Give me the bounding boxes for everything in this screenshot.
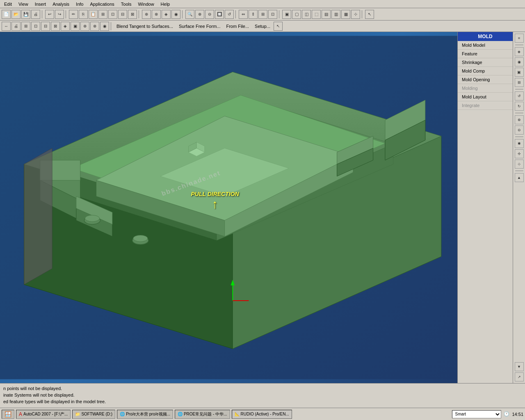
tb18[interactable]: ↺: [225, 10, 234, 19]
tb13[interactable]: ◉: [171, 10, 180, 19]
status-line3: ed feature types will be displayed in th…: [3, 398, 522, 405]
ri-10[interactable]: ✱: [515, 139, 524, 148]
autocad-btn[interactable]: A AutoCAD 2007 - [F:\产...: [16, 410, 71, 419]
tb2-8[interactable]: ▣: [71, 22, 80, 31]
tb2-4[interactable]: ⊡: [31, 22, 40, 31]
taskbar: 🪟 A AutoCAD 2007 - [F:\产... 📁 SOFTWARE (…: [0, 408, 525, 420]
rudio-btn[interactable]: 📐 RUDIO (Active) - Pro/EN...: [232, 410, 292, 419]
tb20[interactable]: ⇕: [249, 10, 258, 19]
ri-scroll-up[interactable]: ▲: [515, 173, 524, 182]
new-btn[interactable]: 📄: [2, 10, 11, 19]
viewport[interactable]: PULL DIRECTION ↑ bbs.chinade.net: [0, 32, 457, 383]
proeref-btn[interactable]: 🌐 Pro/e大本营 pro/e视频...: [117, 410, 173, 419]
ri-11[interactable]: ✢: [515, 149, 524, 158]
menu-window[interactable]: Window: [135, 1, 157, 7]
ri-8[interactable]: ⊕: [515, 115, 524, 124]
ri-12[interactable]: ⊹: [515, 160, 524, 169]
ri-6[interactable]: ↺: [515, 91, 524, 100]
software-btn[interactable]: 📁 SOFTWARE (D:): [72, 410, 115, 419]
zoom-out-btn[interactable]: ⊖: [205, 10, 214, 19]
cursor-btn[interactable]: ↖: [365, 10, 374, 19]
tb2-9[interactable]: ⊕: [80, 22, 89, 31]
mold-menu-panel: MOLD Mold Model Feature Shrinkage Mold C…: [457, 32, 513, 383]
smart-select[interactable]: Smart: [452, 410, 501, 418]
redo-btn[interactable]: ↪: [55, 10, 64, 19]
svg-marker-30: [24, 148, 52, 285]
status-line2: inate Systems will not be displayed.: [3, 392, 522, 398]
menu-analysis[interactable]: Analysis: [49, 1, 73, 7]
tb23[interactable]: ▣: [282, 10, 291, 19]
start-btn[interactable]: 🪟: [2, 410, 14, 419]
tb22[interactable]: ⊡: [268, 10, 277, 19]
tb8[interactable]: ⊟: [118, 10, 127, 19]
tb6[interactable]: ⊞: [98, 10, 107, 19]
tb2-11[interactable]: ◉: [100, 22, 109, 31]
zoom-in-btn[interactable]: ⊕: [195, 10, 204, 19]
mold-3d-view: [0, 32, 457, 383]
tb19[interactable]: ⇔: [239, 10, 248, 19]
mold-model-item[interactable]: Mold Model: [458, 41, 513, 50]
menu-tools[interactable]: Tools: [118, 1, 135, 7]
tb29[interactable]: ▦: [341, 10, 350, 19]
tb28[interactable]: ▥: [331, 10, 340, 19]
tb2-10[interactable]: ⊗: [90, 22, 99, 31]
mold-comp-item[interactable]: Mold Comp: [458, 67, 513, 75]
menu-help[interactable]: Help: [158, 1, 173, 7]
tb10[interactable]: ⊕: [142, 10, 151, 19]
ri-2[interactable]: ◈: [515, 47, 524, 56]
save-btn[interactable]: 💾: [21, 10, 30, 19]
ri-5[interactable]: ⊞: [515, 78, 524, 87]
tb2-cursor[interactable]: ↖: [274, 22, 283, 31]
ri-scroll-down[interactable]: ▼: [515, 362, 524, 371]
tb25[interactable]: ◫: [302, 10, 311, 19]
tb2-3[interactable]: ⊞: [21, 22, 30, 31]
ri-7[interactable]: ↻: [515, 102, 524, 111]
tb2-2[interactable]: 🖨: [11, 22, 21, 31]
menu-applications[interactable]: Applications: [87, 1, 117, 7]
tb3[interactable]: ✏: [69, 10, 78, 19]
menubar: Edit View Insert Analysis Info Applicati…: [0, 0, 525, 8]
tb7[interactable]: ⊡: [108, 10, 117, 19]
menu-edit[interactable]: Edit: [1, 1, 15, 7]
ri-9[interactable]: ⊖: [515, 126, 524, 135]
print-btn[interactable]: 🖨: [31, 10, 40, 19]
menu-info[interactable]: Info: [73, 1, 87, 7]
toolbar1: 📄 📂 💾 🖨 ↩ ↪ ✏ ⎘ 📋 ⊞ ⊡ ⊟ ⊠ ⊕ ⊗ ◈ ◉ 🔍 ⊕ ⊖ …: [0, 8, 525, 21]
rudio-label: RUDIO (Active) - Pro/EN...: [241, 412, 289, 416]
status-bar: n points will not be displayed. inate Sy…: [0, 383, 525, 408]
autocad-icon: A: [19, 411, 22, 417]
menu-view[interactable]: View: [15, 1, 32, 7]
tb26[interactable]: ⬚: [312, 10, 321, 19]
tb11[interactable]: ⊗: [152, 10, 161, 19]
tb2-6[interactable]: ⊠: [51, 22, 60, 31]
shrinkage-item[interactable]: Shrinkage: [458, 58, 513, 67]
tb27[interactable]: ▤: [322, 10, 331, 19]
tb9[interactable]: ⊠: [128, 10, 137, 19]
menu-insert[interactable]: Insert: [32, 1, 50, 7]
tb2-5[interactable]: ⊟: [41, 22, 50, 31]
ri-3[interactable]: ◉: [515, 57, 524, 66]
proe-btn[interactable]: 🌐 PROE常见问题 - 中华...: [175, 410, 230, 419]
tb12[interactable]: ◈: [162, 10, 171, 19]
tb14[interactable]: 🔍: [185, 10, 194, 19]
ri-1[interactable]: ≡: [515, 34, 524, 43]
tb4[interactable]: ⎘: [79, 10, 88, 19]
tb30[interactable]: ⊹: [351, 10, 360, 19]
clock-area: Smart 🕐 14:51: [452, 410, 523, 418]
undo-btn[interactable]: ↩: [45, 10, 54, 19]
rudio-icon: 📐: [235, 412, 240, 416]
tb24[interactable]: ▢: [292, 10, 301, 19]
tb5[interactable]: 📋: [89, 10, 98, 19]
mold-opening-item[interactable]: Mold Opening: [458, 75, 513, 84]
feature-item[interactable]: Feature: [458, 50, 513, 58]
ri-4[interactable]: ▣: [515, 68, 524, 77]
mold-layout-item[interactable]: Mold Layout: [458, 93, 513, 101]
tb2-7[interactable]: ◈: [61, 22, 70, 31]
tb2-1[interactable]: ↔: [2, 22, 11, 31]
surface-label: Surface Free Form...: [176, 24, 223, 29]
tb21[interactable]: ⊞: [258, 10, 267, 19]
autocad-label: AutoCAD 2007 - [F:\产...: [23, 411, 68, 417]
ri-arrow[interactable]: ↗: [515, 372, 524, 381]
open-btn[interactable]: 📂: [11, 10, 21, 19]
tb17[interactable]: 🔲: [215, 10, 224, 19]
